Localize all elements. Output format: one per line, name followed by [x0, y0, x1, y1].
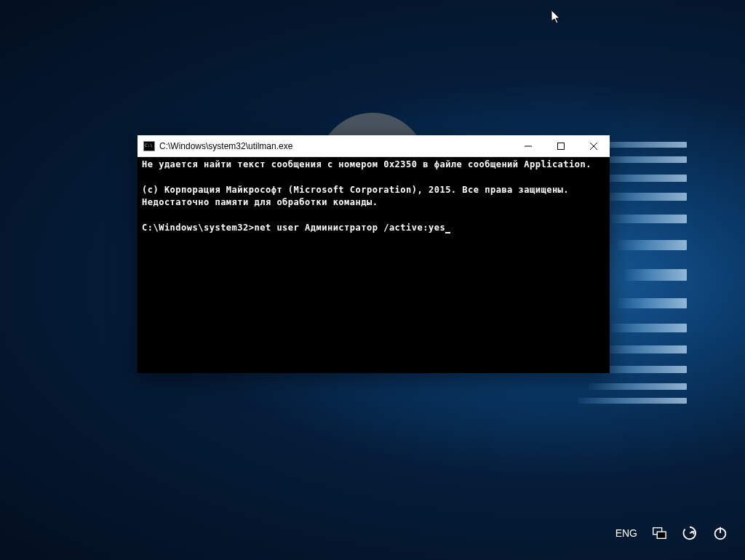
terminal-line: Недостаточно памяти для обработки команд… — [142, 196, 605, 209]
terminal-output[interactable]: Не удается найти текст сообщения с номер… — [138, 157, 610, 373]
cmd-icon — [143, 141, 155, 151]
command-prompt-window[interactable]: C:\Windows\system32\utilman.exe Не удает… — [138, 135, 610, 373]
terminal-prompt-line: C:\Windows\system32>net user Администрат… — [142, 222, 605, 234]
minimize-button[interactable] — [511, 135, 544, 156]
maximize-button[interactable] — [544, 135, 577, 156]
terminal-line — [142, 209, 605, 222]
terminal-command: net user Администратор /active:yes — [255, 223, 446, 233]
power-icon[interactable] — [712, 524, 729, 542]
title-bar[interactable]: C:\Windows\system32\utilman.exe — [138, 135, 610, 157]
close-button[interactable] — [577, 135, 610, 156]
svg-rect-1 — [557, 143, 564, 149]
terminal-prompt: C:\Windows\system32> — [142, 223, 255, 233]
ease-of-access-icon[interactable] — [681, 524, 698, 542]
svg-rect-5 — [657, 532, 666, 538]
language-indicator[interactable]: ENG — [615, 527, 637, 539]
lock-screen-controls: ENG — [615, 524, 729, 542]
terminal-line: (c) Корпорация Майкрософт (Microsoft Cor… — [142, 184, 605, 196]
terminal-cursor — [445, 232, 450, 233]
mouse-cursor-icon — [551, 10, 563, 28]
window-title: C:\Windows\system32\utilman.exe — [159, 141, 511, 151]
network-icon[interactable] — [650, 524, 668, 542]
window-controls — [511, 135, 610, 156]
terminal-line — [142, 171, 605, 183]
terminal-line: Не удается найти текст сообщения с номер… — [142, 159, 605, 171]
